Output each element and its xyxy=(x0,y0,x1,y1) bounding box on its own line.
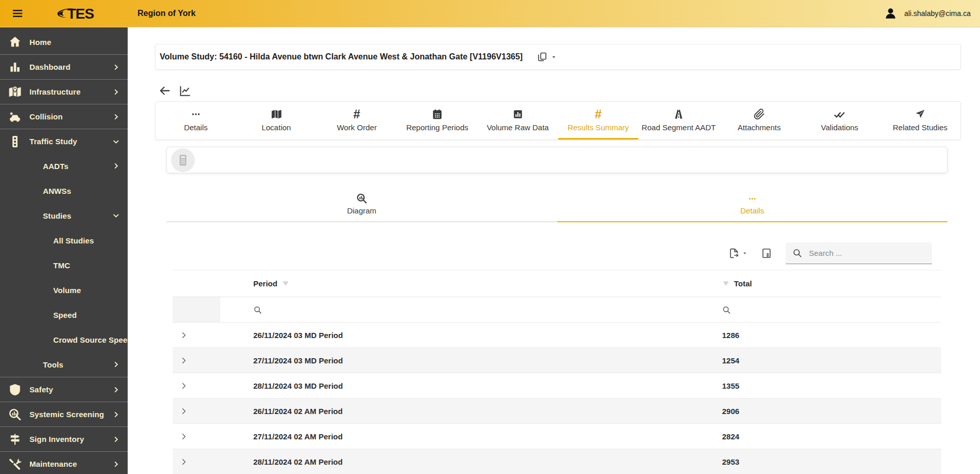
arrow-left-icon xyxy=(158,84,171,97)
sidebar-item-systemic-screening[interactable]: Systemic Screening xyxy=(0,402,128,426)
sidebar-item-traffic-study[interactable]: Traffic Study xyxy=(0,129,128,154)
sidebar-item-speed[interactable]: Speed xyxy=(0,302,128,327)
table-row[interactable]: 26/11/2024 03 MD Period 1286 xyxy=(173,323,941,348)
sidebar-item-safety[interactable]: Safety xyxy=(0,377,128,402)
user-email: ali.shalaby@cima.ca xyxy=(904,9,971,18)
back-button[interactable] xyxy=(158,84,171,97)
caret-down-icon xyxy=(551,54,557,60)
chevron-down-icon xyxy=(112,137,120,145)
total-filter-cell xyxy=(717,297,941,322)
sidebar-item-crowd-source-speed[interactable]: Crowd Source Speed xyxy=(0,327,128,352)
sidebar-item-studies[interactable]: Studies xyxy=(0,203,128,228)
table-row[interactable]: 28/11/2024 03 MD Period 1355 xyxy=(173,373,941,399)
sidebar-item-all-studies[interactable]: All Studies xyxy=(0,228,128,253)
chevron-right-icon xyxy=(112,113,120,120)
chevron-right-icon xyxy=(112,63,120,71)
tab-related-studies[interactable]: Related Studies xyxy=(880,102,960,140)
main-content: Volume Study: 54160 - Hilda Avenue btwn … xyxy=(128,27,980,474)
sidebar-item-anwss[interactable]: ANWSs xyxy=(0,178,128,203)
sidebar-item-sign-inventory[interactable]: Sign Inventory xyxy=(0,426,128,451)
tab-validations[interactable]: Validations xyxy=(800,102,880,140)
filter-icon[interactable] xyxy=(722,280,730,287)
table-row[interactable]: 26/11/2024 02 AM Period 2906 xyxy=(173,399,941,424)
paperclip-icon xyxy=(754,108,765,121)
tab-volume-raw-data[interactable]: Volume Raw Data xyxy=(478,102,558,140)
period-cell: 26/11/2024 02 AM Period xyxy=(220,407,717,416)
sidebar-item-maintenance[interactable]: Maintenance xyxy=(0,451,128,474)
chevron-down-icon xyxy=(112,212,120,220)
total-column-header[interactable]: Total xyxy=(717,279,941,288)
traffic-light-icon xyxy=(7,135,23,148)
column-chooser-button[interactable] xyxy=(761,248,772,259)
top-header: TES Region of York ali.shalaby@cima.ca xyxy=(0,0,980,27)
search-input[interactable] xyxy=(808,248,925,258)
chart-square-icon xyxy=(512,108,524,121)
total-cell: 2824 xyxy=(717,432,941,441)
period-column-header[interactable]: Period xyxy=(220,279,717,288)
copy-study-button[interactable] xyxy=(536,51,558,63)
filter-icon[interactable] xyxy=(282,280,289,287)
app-logo[interactable]: TES xyxy=(56,4,100,23)
expand-row-icon[interactable] xyxy=(179,381,188,390)
export-button[interactable] xyxy=(728,248,747,259)
sidebar-item-tools[interactable]: Tools xyxy=(0,352,128,377)
signpost-icon xyxy=(7,433,23,446)
tab-location[interactable]: Location xyxy=(236,102,317,140)
crossed-tools-icon xyxy=(7,457,23,471)
expand-row-icon[interactable] xyxy=(179,407,188,416)
hash-icon: # xyxy=(595,108,602,121)
app-logo-text: TES xyxy=(67,6,94,22)
period-cell: 28/11/2024 03 MD Period xyxy=(220,381,717,390)
tab-results-summary[interactable]: # Results Summary xyxy=(558,102,639,140)
summary-bar xyxy=(166,147,947,173)
search-icon xyxy=(722,305,731,314)
sidebar-item-dashboard[interactable]: Dashboard xyxy=(0,54,128,79)
total-cell: 2906 xyxy=(717,407,941,416)
chart-view-button[interactable] xyxy=(179,84,192,97)
sidebar-item-collision[interactable]: Collision xyxy=(0,104,128,129)
caret-down-icon xyxy=(742,251,747,256)
expand-row-icon[interactable] xyxy=(179,457,188,466)
sidebar-item-infrastructure[interactable]: Infrastructure xyxy=(0,79,128,104)
table-row[interactable]: 27/11/2024 03 MD Period 1254 xyxy=(173,348,941,373)
table-row[interactable]: 28/11/2024 02 AM Period 2953 xyxy=(173,449,941,474)
ellipsis-icon xyxy=(190,108,202,121)
sidebar-item-aadts[interactable]: AADTs xyxy=(0,154,128,178)
tab-reporting-periods[interactable]: Reporting Periods xyxy=(397,102,478,140)
tab-attachments[interactable]: Attachments xyxy=(719,102,800,140)
expand-row-icon[interactable] xyxy=(179,432,188,441)
calendar-icon xyxy=(432,108,443,121)
org-name: Region of York xyxy=(137,9,195,18)
subtab-details[interactable]: Details xyxy=(557,192,948,222)
menu-toggle-button[interactable] xyxy=(9,5,26,22)
tab-work-order[interactable]: # Work Order xyxy=(316,102,397,140)
table-filter-row xyxy=(173,297,941,323)
calculator-icon xyxy=(171,148,195,172)
period-filter-cell xyxy=(220,297,717,322)
period-filter-input[interactable] xyxy=(266,305,717,315)
expand-row-icon[interactable] xyxy=(179,356,188,365)
chevron-right-icon xyxy=(112,410,120,418)
sidebar-item-home[interactable]: Home xyxy=(0,29,128,54)
chevron-right-icon xyxy=(112,460,120,468)
table-row[interactable]: 27/11/2024 02 AM Period 2824 xyxy=(173,424,941,449)
copy-icon xyxy=(537,52,547,62)
subtab-diagram[interactable]: Diagram xyxy=(166,192,557,222)
expand-row-icon[interactable] xyxy=(179,331,188,340)
study-tab-bar: Details Location # Work Order Reporting … xyxy=(155,101,961,140)
sidebar-item-volume[interactable]: Volume xyxy=(0,278,128,302)
period-cell: 26/11/2024 03 MD Period xyxy=(220,331,717,340)
tab-details[interactable]: Details xyxy=(156,102,236,140)
shield-icon xyxy=(7,383,23,396)
double-check-icon xyxy=(834,108,845,121)
results-table: Period Total xyxy=(173,270,941,474)
hamburger-icon xyxy=(11,7,24,20)
road-icon xyxy=(673,108,684,121)
tab-road-segment-aadt[interactable]: Road Segment AADT xyxy=(638,102,719,140)
sidebar-nav: Home Dashboard Infrastructure Collision … xyxy=(0,27,128,474)
sidebar-item-tmc[interactable]: TMC xyxy=(0,253,128,278)
total-filter-input[interactable] xyxy=(735,305,941,315)
chevron-right-icon xyxy=(112,386,120,393)
results-subtabs: Diagram Details xyxy=(166,192,947,222)
user-menu[interactable]: ali.shalaby@cima.ca xyxy=(883,6,971,21)
